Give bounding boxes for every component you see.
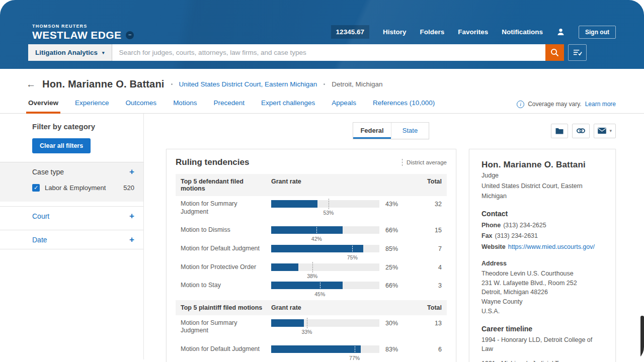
brand-product: WESTLAW EDGE xyxy=(32,29,121,41)
chevron-down-icon: ▾ xyxy=(102,50,105,55)
district-average-legend: District average xyxy=(402,159,447,166)
case-type-header[interactable]: Case type + xyxy=(0,162,143,181)
ruling-tendencies-title: Ruling tendencies xyxy=(176,157,249,167)
caret-down-icon: ▾ xyxy=(609,128,612,133)
career-entry: 1991 - Michigan's Judicial Tenure Commis… xyxy=(481,359,603,362)
date-label: Date xyxy=(32,236,47,244)
website-link[interactable]: https://www.mied.uscourts.gov/ xyxy=(508,243,595,250)
profile-name: Hon. Marianne O. Battani xyxy=(481,160,603,170)
tab-references[interactable]: References (10,000) xyxy=(373,95,435,113)
judge-location: Detroit, Michigan xyxy=(332,80,382,88)
clear-all-filters-button[interactable]: Clear all filters xyxy=(32,138,91,153)
profile-court: United States District Court, Eastern Mi… xyxy=(481,182,603,201)
filter-option-label: Labor & Employment xyxy=(45,184,106,192)
total-value: 13 xyxy=(420,319,442,327)
total-column-header: Total xyxy=(420,178,442,192)
grant-rate-value: 25% xyxy=(385,263,414,271)
district-average-value: 77% xyxy=(349,355,360,361)
tab-appeals[interactable]: Appeals xyxy=(332,95,356,113)
chart-row: Motion to Stay45%66%3 xyxy=(176,278,447,296)
tab-expert-challenges[interactable]: Expert challenges xyxy=(261,95,315,113)
phone-value: (313) 234-2625 xyxy=(503,222,546,229)
save-to-folder-button[interactable] xyxy=(551,124,568,138)
nav-folders[interactable]: Folders xyxy=(420,28,444,36)
district-average-marker xyxy=(355,344,355,354)
scrollbar-thumb[interactable] xyxy=(640,316,644,362)
nav-history[interactable]: History xyxy=(383,28,407,36)
district-average-value: 33% xyxy=(301,329,312,335)
total-value: 15 xyxy=(420,226,442,234)
grant-rate-value: 66% xyxy=(385,281,414,289)
westlaw-logo[interactable]: THOMSON REUTERS WESTLAW EDGE − xyxy=(32,24,134,41)
filter-section-court[interactable]: Court + xyxy=(0,206,143,225)
address-line: U.S.A. xyxy=(481,307,603,316)
grant-rate-value: 83% xyxy=(385,345,414,353)
motion-label: Motion for Summary Judgment xyxy=(181,200,265,216)
case-type-label: Case type xyxy=(32,168,64,176)
contact-heading: Contact xyxy=(481,210,603,218)
motion-label: Motion for Default Judgment xyxy=(181,345,265,353)
tab-overview[interactable]: Overview xyxy=(28,95,58,113)
brand-menu-icon[interactable]: − xyxy=(126,31,134,39)
chart-row: Motion for Protective Order38%25%4 xyxy=(176,259,447,278)
district-average-marker xyxy=(307,318,307,328)
chart-section-header: Top 5 defendant filed motionsGrant rateT… xyxy=(176,174,447,196)
career-timeline-heading: Career timeline xyxy=(481,325,603,333)
motion-label: Motion for Protective Order xyxy=(181,263,265,272)
labor-employment-checkbox[interactable]: ✓ xyxy=(32,184,40,192)
separator-dot xyxy=(324,83,325,85)
grant-rate-bar: 53% xyxy=(271,200,379,208)
toggle-state[interactable]: State xyxy=(391,123,429,139)
address-line: 231 W. Lafayette Blvd., Room 252 xyxy=(481,279,603,288)
grant-rate-bar: 77% xyxy=(271,345,379,353)
top-header-bar: THOMSON REUTERS WESTLAW EDGE − 12345.67 … xyxy=(0,0,644,69)
motion-label: Motion for Summary Judgment xyxy=(181,319,265,335)
results-list-button[interactable] xyxy=(568,44,587,61)
district-average-marker xyxy=(352,243,353,254)
search-button[interactable] xyxy=(545,44,564,61)
plus-icon[interactable]: + xyxy=(129,167,134,176)
search-input[interactable] xyxy=(112,44,545,61)
plus-icon[interactable]: + xyxy=(129,212,134,220)
fax-value: (313) 234-2631 xyxy=(495,232,538,239)
section-title: Top 5 defendant filed motions xyxy=(181,178,265,192)
app-window: THOMSON REUTERS WESTLAW EDGE − 12345.67 … xyxy=(0,0,644,362)
website-line: Websitehttps://www.mied.uscourts.gov/ xyxy=(481,242,603,252)
user-icon xyxy=(556,28,565,36)
copy-link-button[interactable] xyxy=(572,124,590,138)
district-average-value: 38% xyxy=(307,273,317,279)
coverage-learn-more-link[interactable]: Learn more xyxy=(585,101,616,108)
grant-rate-bar: 33% xyxy=(271,319,379,327)
nav-notifications[interactable]: Notifications xyxy=(502,28,543,36)
tab-motions[interactable]: Motions xyxy=(173,95,197,113)
district-average-dash-icon xyxy=(402,159,403,166)
coverage-note: i Coverage may vary. Learn more xyxy=(517,101,616,108)
district-average-value: 45% xyxy=(314,291,325,297)
section-title: Top 5 plaintiff filed motions xyxy=(181,304,265,311)
address-line: Theodore Levin U.S. Courthouse xyxy=(481,269,603,279)
address-heading: Address xyxy=(481,260,603,267)
filter-section-date[interactable]: Date + xyxy=(0,230,143,249)
tab-experience[interactable]: Experience xyxy=(75,95,109,113)
back-arrow-icon[interactable]: ← xyxy=(26,79,36,89)
tab-outcomes[interactable]: Outcomes xyxy=(126,95,157,113)
court-link[interactable]: United States District Court, Eastern Mi… xyxy=(179,80,317,88)
tab-precedent[interactable]: Precedent xyxy=(213,95,245,113)
nav-favorites[interactable]: Favorites xyxy=(458,28,488,36)
plus-icon[interactable]: + xyxy=(129,235,134,244)
user-account-button[interactable] xyxy=(556,28,565,36)
district-average-marker xyxy=(329,199,329,209)
total-value: 32 xyxy=(420,200,442,208)
sign-out-button[interactable]: Sign out xyxy=(579,26,616,39)
client-id-button[interactable]: 12345.67 xyxy=(331,25,369,39)
filter-option-labor-employment: ✓ Labor & Employment 520 xyxy=(0,181,143,195)
search-category-dropdown[interactable]: Litigation Analytics ▾ xyxy=(28,44,112,61)
results-list-icon xyxy=(573,49,582,56)
chart-row: Motion in Limine23%40%5 xyxy=(176,360,447,362)
email-button[interactable]: ▾ xyxy=(594,124,616,138)
fax-line: Fax(313) 234-2631 xyxy=(481,231,603,241)
chart-row: Motion for Summary Judgment53%43%32 xyxy=(176,196,447,222)
info-icon[interactable]: i xyxy=(517,101,524,108)
search-bar: Litigation Analytics ▾ xyxy=(28,44,587,61)
toggle-federal[interactable]: Federal xyxy=(353,123,391,139)
